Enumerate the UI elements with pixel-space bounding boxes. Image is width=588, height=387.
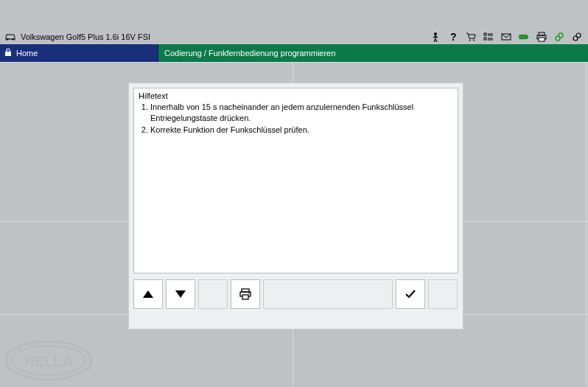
svg-rect-14 [527,36,528,38]
confirm-button[interactable] [396,279,425,309]
help-text-box: Hilfetext Innerhalb von 15 s nacheinande… [133,88,458,273]
svg-point-2 [434,32,437,35]
print-button[interactable] [231,279,260,309]
list-icon[interactable] [483,32,494,42]
svg-rect-13 [519,35,528,38]
printer-icon [239,287,252,301]
spacer-button-2 [263,279,393,309]
help-title: Hilfetext [139,91,453,100]
vehicle-bar: Volkswagen Golf5 Plus 1.6i 16V FSI ? [0,29,588,44]
svg-rect-22 [5,52,11,56]
nav-home-label: Home [16,49,38,57]
mail-icon[interactable] [501,32,511,42]
svg-rect-15 [539,32,545,35]
svg-rect-17 [539,38,545,41]
nav-path: Codierung / Funkfernbedienung programmie… [158,44,588,62]
svg-point-21 [576,33,581,38]
scroll-up-button[interactable] [133,279,163,309]
vehicle-name: Volkswagen Golf5 Plus 1.6i 16V FSI [21,32,150,41]
check-icon [404,287,417,301]
svg-rect-7 [484,38,486,40]
help-panel: Hilfetext Innerhalb von 15 s nacheinande… [128,83,463,330]
lock-icon [4,48,12,58]
nav-home[interactable]: Home [0,44,158,62]
svg-point-5 [473,40,475,41]
nav-row: Home Codierung / Funkfernbedienung progr… [0,44,588,62]
svg-point-1 [12,38,13,40]
svg-text:HELLA: HELLA [24,353,74,369]
svg-point-0 [7,38,8,40]
svg-point-4 [469,40,471,41]
settings-icon[interactable] [572,32,582,42]
cart-icon[interactable] [466,32,476,42]
help-icon[interactable]: ? [448,32,458,42]
link-green-icon[interactable] [554,32,564,42]
svg-point-19 [559,33,563,38]
window-chrome-spacer [0,0,588,29]
help-step-1: Innerhalb von 15 s nacheinander an jedem… [150,102,453,124]
svg-rect-6 [484,33,486,35]
print-icon[interactable] [536,32,547,42]
arrow-down-icon [175,290,186,298]
svg-point-26 [248,293,250,294]
panel-buttons [133,279,458,309]
spacer-button-3 [428,279,458,309]
arrow-up-icon [143,290,153,298]
svg-rect-25 [242,295,248,299]
help-steps: Innerhalb von 15 s nacheinander an jedem… [139,102,453,136]
toolbar: ? [430,29,582,44]
scroll-down-button[interactable] [166,279,195,309]
svg-text:?: ? [450,32,457,42]
nav-path-label: Codierung / Funkfernbedienung programmie… [164,49,335,57]
car-icon [4,32,16,41]
help-step-2: Korrekte Funktion der Funkschlüssel prüf… [150,125,453,136]
hella-logo: HELLA [4,340,93,383]
battery-icon[interactable] [519,32,529,42]
spacer-button-1 [198,279,228,309]
person-icon[interactable] [430,32,441,42]
